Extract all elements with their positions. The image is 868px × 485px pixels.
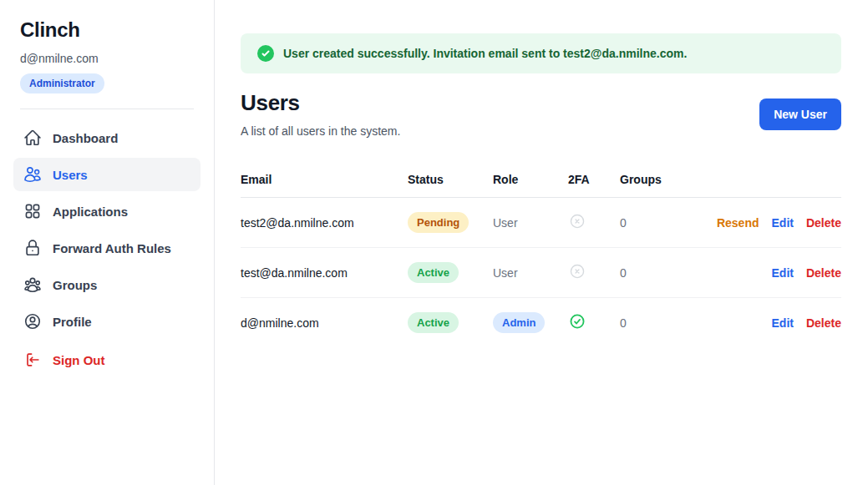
- sidebar-item-label: Sign Out: [53, 353, 105, 367]
- sidebar-item-profile[interactable]: Profile: [13, 305, 201, 338]
- sidebar-divider: [20, 109, 194, 109]
- table-row: test@da.nmilne.comActiveUser0EditDelete: [241, 248, 841, 298]
- page-subtitle: A list of all users in the system.: [241, 124, 400, 138]
- status-badge: Active: [408, 262, 459, 283]
- sidebar-item-label: Users: [53, 168, 88, 182]
- success-banner: User created successfully. Invitation em…: [241, 33, 841, 73]
- role-text: User: [493, 198, 568, 248]
- sidebar-item-label: Forward Auth Rules: [53, 241, 171, 255]
- column-header-role: Role: [493, 173, 568, 198]
- edit-link[interactable]: Edit: [772, 266, 794, 280]
- sidebar-item-applications[interactable]: Applications: [13, 195, 201, 228]
- sidebar-item-label: Dashboard: [53, 131, 118, 145]
- groups-count: 0: [620, 248, 687, 298]
- column-header-groups: Groups: [620, 173, 687, 198]
- sidebar-item-dashboard[interactable]: Dashboard: [13, 121, 201, 154]
- brand-logo: Clinch: [20, 18, 194, 42]
- app-window: Clinch d@nmilne.com Administrator Dashbo…: [0, 0, 868, 485]
- table-header-row: EmailStatusRole2FAGroups: [241, 173, 841, 198]
- groups-count: 0: [620, 198, 687, 248]
- sidebar-item-users[interactable]: Users: [13, 158, 201, 191]
- user-group-icon: [23, 275, 42, 294]
- apps-grid-icon: [23, 202, 42, 220]
- column-header-email: Email: [241, 173, 408, 198]
- groups-count: 0: [620, 298, 687, 348]
- x-circle-icon: [568, 262, 586, 280]
- new-user-button[interactable]: New User: [759, 99, 841, 130]
- sidebar-item-label: Applications: [53, 205, 128, 219]
- main-content: User created successfully. Invitation em…: [215, 0, 868, 485]
- users-icon: [23, 165, 42, 184]
- user-circle-icon: [23, 312, 42, 331]
- edit-link[interactable]: Edit: [772, 216, 794, 230]
- column-header-status: Status: [408, 173, 493, 198]
- status-badge: Active: [408, 312, 459, 333]
- user-email: test2@da.nmilne.com: [241, 198, 408, 248]
- delete-link[interactable]: Delete: [806, 316, 841, 330]
- home-icon: [23, 129, 42, 147]
- status-badge: Pending: [408, 212, 469, 233]
- sidebar-item-sign-out[interactable]: Sign Out: [13, 343, 201, 376]
- page-title: Users: [241, 90, 400, 116]
- account-email: d@nmilne.com: [20, 52, 194, 65]
- sidebar-item-label: Groups: [53, 278, 97, 292]
- sidebar-nav: DashboardUsersApplicationsForward Auth R…: [13, 121, 201, 376]
- users-table: EmailStatusRole2FAGroups test2@da.nmilne…: [241, 173, 841, 347]
- logout-icon: [23, 351, 42, 369]
- banner-message: User created successfully. Invitation em…: [283, 47, 687, 60]
- delete-link[interactable]: Delete: [806, 216, 841, 230]
- table-row: test2@da.nmilne.comPendingUser0ResendEdi…: [241, 198, 841, 248]
- sidebar-item-label: Profile: [53, 315, 92, 329]
- sidebar: Clinch d@nmilne.com Administrator Dashbo…: [0, 0, 215, 485]
- page-header: Users A list of all users in the system.…: [241, 90, 841, 138]
- table-row: d@nmilne.comActiveAdmin0EditDelete: [241, 298, 841, 348]
- role-text: User: [493, 248, 568, 298]
- role-badge: Administrator: [20, 73, 104, 93]
- column-header-actions: [687, 173, 841, 198]
- sidebar-item-groups[interactable]: Groups: [13, 268, 201, 301]
- check-circle-icon: [568, 312, 586, 331]
- user-email: d@nmilne.com: [241, 298, 408, 348]
- x-circle-icon: [568, 212, 586, 230]
- resend-link[interactable]: Resend: [717, 216, 759, 230]
- lock-icon: [23, 239, 42, 257]
- delete-link[interactable]: Delete: [806, 266, 841, 280]
- user-email: test@da.nmilne.com: [241, 248, 408, 298]
- page-header-text: Users A list of all users in the system.: [241, 90, 400, 138]
- sidebar-item-forward-auth-rules[interactable]: Forward Auth Rules: [13, 231, 201, 265]
- role-badge: Admin: [493, 312, 545, 333]
- check-circle-icon: [257, 45, 274, 62]
- table-body: test2@da.nmilne.comPendingUser0ResendEdi…: [241, 198, 841, 348]
- edit-link[interactable]: Edit: [772, 316, 794, 330]
- column-header-2fa: 2FA: [568, 173, 620, 198]
